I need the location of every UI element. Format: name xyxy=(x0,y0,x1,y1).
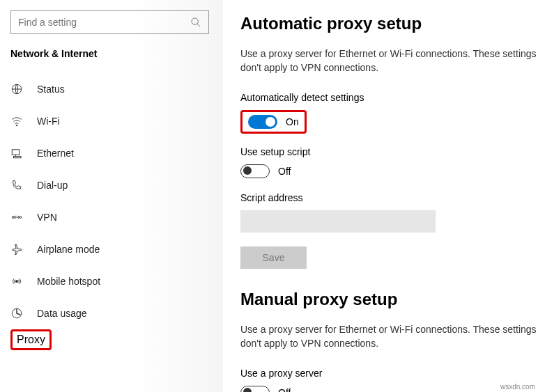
sidebar-item-label: Data usage xyxy=(37,308,87,319)
svg-line-1 xyxy=(197,24,200,26)
sidebar-item-label: Dial-up xyxy=(37,180,68,191)
setup-script-toggle-row: Off xyxy=(240,164,291,178)
search-input[interactable] xyxy=(18,17,190,28)
svg-point-9 xyxy=(16,281,18,283)
auto-detect-state: On xyxy=(286,116,299,127)
auto-detect-toggle-row: On xyxy=(240,110,307,134)
sidebar-item-label: Mobile hotspot xyxy=(37,276,100,287)
svg-rect-4 xyxy=(12,150,20,155)
sidebar-item-dialup[interactable]: Dial-up xyxy=(10,169,213,201)
save-button[interactable]: Save xyxy=(240,246,307,269)
hotspot-icon xyxy=(10,275,37,288)
use-proxy-state: Off xyxy=(278,387,291,392)
section-desc-auto: Use a proxy server for Ethernet or Wi-Fi… xyxy=(240,47,538,75)
status-icon xyxy=(10,83,37,95)
sidebar-item-vpn[interactable]: VPN xyxy=(10,201,213,233)
wifi-icon xyxy=(10,115,37,127)
sidebar-item-proxy[interactable]: Proxy xyxy=(10,329,52,350)
section-title-auto: Automatic proxy setup xyxy=(240,14,538,33)
svg-rect-5 xyxy=(14,157,22,158)
category-title: Network & Internet xyxy=(10,48,213,59)
sidebar-item-label: Proxy xyxy=(17,334,45,346)
sidebar: Network & Internet Status Wi-Fi Ethernet… xyxy=(0,0,223,392)
watermark: wsxdn.com xyxy=(500,383,535,391)
setup-script-label: Use setup script xyxy=(240,146,538,157)
script-address-label: Script address xyxy=(240,192,538,203)
svg-point-0 xyxy=(192,18,198,24)
sidebar-item-hotspot[interactable]: Mobile hotspot xyxy=(10,265,213,297)
airplane-icon xyxy=(10,243,37,256)
sidebar-item-airplane[interactable]: Airplane mode xyxy=(10,233,213,265)
sidebar-item-label: VPN xyxy=(37,212,57,223)
use-proxy-toggle[interactable] xyxy=(240,386,270,392)
setup-script-toggle[interactable] xyxy=(240,164,270,178)
sidebar-item-label: Wi-Fi xyxy=(37,116,60,127)
ethernet-icon xyxy=(10,147,37,159)
setup-script-state: Off xyxy=(278,166,291,177)
sidebar-item-datausage[interactable]: Data usage xyxy=(10,297,213,329)
datausage-icon xyxy=(10,307,37,320)
vpn-icon xyxy=(10,211,37,224)
sidebar-item-label: Ethernet xyxy=(37,148,74,159)
auto-detect-label: Automatically detect settings xyxy=(240,92,538,103)
auto-detect-toggle[interactable] xyxy=(248,115,277,129)
dialup-icon xyxy=(10,179,37,191)
sidebar-item-status[interactable]: Status xyxy=(10,73,213,105)
sidebar-item-label: Status xyxy=(37,84,65,95)
use-proxy-toggle-row: Off xyxy=(240,386,291,392)
search-icon xyxy=(190,17,201,28)
script-address-input[interactable] xyxy=(240,210,436,233)
use-proxy-label: Use a proxy server xyxy=(240,368,538,379)
sidebar-item-wifi[interactable]: Wi-Fi xyxy=(10,105,213,137)
svg-point-3 xyxy=(16,125,17,126)
section-title-manual: Manual proxy setup xyxy=(240,290,538,309)
sidebar-item-ethernet[interactable]: Ethernet xyxy=(10,137,213,169)
section-desc-manual: Use a proxy server for Ethernet or Wi-Fi… xyxy=(240,323,538,350)
sidebar-item-label: Airplane mode xyxy=(37,244,100,255)
search-box[interactable] xyxy=(10,10,209,34)
content-panel: Automatic proxy setup Use a proxy server… xyxy=(223,0,538,392)
